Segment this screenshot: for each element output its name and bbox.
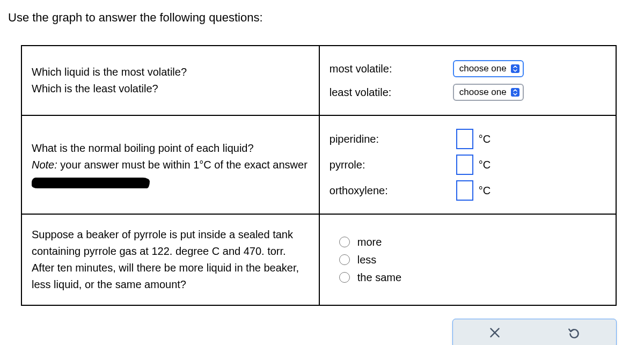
table-row: Which liquid is the most volatile? Which… [21, 46, 616, 115]
select-text: choose one [459, 87, 507, 98]
question-cell-boiling: What is the normal boiling point of each… [21, 115, 319, 214]
question-line: Which liquid is the most volatile? [32, 64, 309, 80]
redaction-mark [32, 178, 150, 188]
label-pyrrole: pyrrole: [330, 159, 453, 171]
note-rest: your answer must be within 1°C of the ex… [57, 159, 308, 171]
radio-row-less: less [339, 254, 606, 266]
answer-row-piperidine: piperidine: °C [330, 129, 606, 149]
answer-row-least-volatile: least volatile: choose one [330, 84, 606, 101]
question-cell-volatility: Which liquid is the most volatile? Which… [21, 46, 319, 115]
radio-row-more: more [339, 236, 606, 248]
answer-row-pyrrole: pyrrole: °C [330, 155, 606, 175]
close-icon [488, 326, 502, 341]
select-most-volatile[interactable]: choose one [453, 60, 524, 77]
answer-cell-beaker: more less the same [319, 214, 616, 305]
undo-icon [567, 326, 581, 341]
note-prefix: Note: [32, 159, 57, 171]
question-line: Which is the least volatile? [32, 80, 309, 97]
answer-cell-boiling: piperidine: °C pyrrole: °C orthoxylene: … [319, 115, 616, 214]
label-least-volatile: least volatile: [330, 86, 453, 99]
input-piperidine[interactable] [456, 129, 473, 149]
radio-same[interactable] [339, 272, 350, 283]
input-orthoxylene[interactable] [456, 180, 473, 201]
label-orthoxylene: orthoxylene: [330, 185, 453, 197]
select-text: choose one [459, 63, 507, 74]
answer-row-most-volatile: most volatile: choose one [330, 60, 606, 77]
question-line: What is the normal boiling point of each… [32, 140, 309, 157]
question-cell-beaker: Suppose a beaker of pyrrole is put insid… [21, 214, 319, 305]
input-pyrrole[interactable] [456, 155, 473, 175]
chevron-updown-icon [511, 64, 519, 73]
button-bar [452, 319, 617, 345]
radio-label-same: the same [357, 271, 401, 284]
unit-celsius: °C [479, 133, 491, 145]
radio-label-more: more [357, 236, 382, 248]
radio-row-same: the same [339, 271, 606, 284]
answer-cell-volatility: most volatile: choose one least volatile… [319, 46, 616, 115]
unit-celsius: °C [479, 185, 491, 197]
table-row: What is the normal boiling point of each… [21, 115, 616, 214]
radio-label-less: less [357, 254, 377, 266]
question-text: Which liquid is the most volatile? Which… [32, 64, 309, 97]
clear-button[interactable] [455, 321, 535, 345]
question-note: Note: your answer must be within 1°C of … [32, 157, 309, 190]
footer-toolbar [21, 319, 617, 345]
radio-less[interactable] [339, 254, 350, 265]
question-text: What is the normal boiling point of each… [32, 140, 309, 190]
label-most-volatile: most volatile: [330, 63, 453, 75]
label-piperidine: piperidine: [330, 133, 453, 145]
table-row: Suppose a beaker of pyrrole is put insid… [21, 214, 616, 305]
radio-more[interactable] [339, 237, 350, 247]
question-text: Suppose a beaker of pyrrole is put insid… [32, 226, 309, 293]
answer-row-orthoxylene: orthoxylene: °C [330, 180, 606, 201]
question-table: Which liquid is the most volatile? Which… [21, 45, 617, 306]
select-least-volatile[interactable]: choose one [453, 84, 524, 101]
chevron-updown-icon [511, 88, 519, 97]
reset-button[interactable] [535, 321, 614, 345]
unit-celsius: °C [479, 159, 491, 171]
page-title: Use the graph to answer the following qu… [8, 11, 636, 25]
